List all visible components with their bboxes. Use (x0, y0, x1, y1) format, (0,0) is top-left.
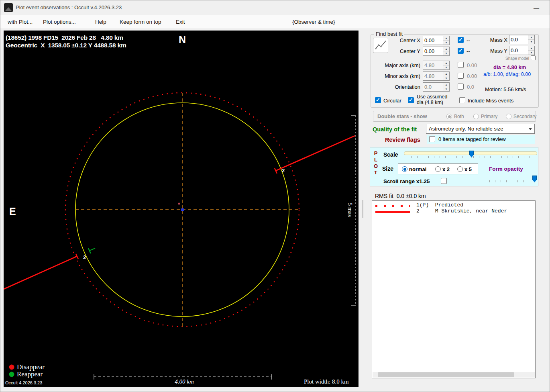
mass-x-spinner[interactable]: ▲▼ (509, 35, 535, 44)
orientation-spin-arrows[interactable]: ▲▼ (443, 83, 449, 91)
plot-letter-l: L (373, 157, 378, 163)
legend-reappear-label: Reappear (17, 370, 43, 378)
observer-time-label[interactable]: {Observer & time} (292, 15, 335, 29)
minimize-button[interactable]: — (527, 3, 546, 13)
center-y-checkbox[interactable] (458, 48, 464, 54)
fit-chart-button[interactable] (373, 38, 388, 53)
minor-axis-input[interactable] (423, 72, 443, 80)
minor-axis-checkbox[interactable] (458, 73, 464, 79)
center-marker (181, 208, 184, 211)
reappear-legend-dot (9, 372, 14, 377)
major-axis-input[interactable] (423, 61, 443, 69)
major-axis-spin-arrows[interactable]: ▲▼ (443, 61, 449, 69)
mass-x-spin-arrows[interactable]: ▲▼ (528, 35, 534, 44)
disappear-legend-dot (9, 365, 14, 370)
mass-x-input[interactable] (509, 35, 528, 44)
east-label: E (9, 206, 16, 217)
find-best-fit-title: Find best fit (374, 31, 404, 37)
form-opacity-label: Form opacity (489, 166, 523, 172)
plot-canvas[interactable]: (18652) 1998 FD15 2026 Feb 28 4.80 km Ge… (4, 31, 359, 387)
double-stars-both-radio[interactable] (446, 114, 452, 119)
mass-y-label: Mass Y (485, 48, 507, 54)
double-stars-secondary-radio[interactable] (506, 114, 511, 119)
mass-y-spin-arrows[interactable]: ▲▼ (528, 46, 534, 55)
legend-disappear-label: Disappear (17, 363, 45, 371)
listbox-horizontal-scrollbar[interactable] (373, 372, 535, 378)
menu-plot-options[interactable]: Plot options... (43, 15, 76, 29)
scale-slider[interactable] (404, 151, 537, 159)
observed-line-sample (375, 211, 410, 213)
orientation-spinner[interactable]: ▲▼ (423, 82, 450, 92)
find-best-fit-group: Find best fit (371, 34, 539, 108)
center-x-spinner[interactable]: ▲▼ (423, 36, 450, 45)
orientation-label: Orientation (384, 84, 420, 90)
plot-letter-t: T (373, 169, 378, 176)
occult-window: Plot event observations : Occult v.4.202… (0, 0, 550, 392)
size-x5-radio[interactable] (457, 166, 463, 172)
double-stars-group: Double stars - show Both Primary Seconda… (373, 111, 536, 122)
major-axis-label: Major axis (km) (384, 62, 420, 68)
mass-y-spinner[interactable]: ▲▼ (509, 46, 535, 55)
ab-dmag-label: a/b: 1.00, dMag: 0.00 (483, 71, 531, 77)
center-y-spinner[interactable]: ▲▼ (423, 47, 450, 56)
minor-axis-spinner[interactable]: ▲▼ (423, 71, 450, 81)
center-x-input[interactable] (423, 36, 443, 45)
observation-text: 1(P) Predicted (416, 202, 463, 208)
size-options-box: normal x 2 x 5 (398, 163, 478, 174)
size-x2-radio[interactable] (435, 166, 441, 172)
observation-row-chord2[interactable]: 2 M Skrutskie, near Neder (372, 209, 535, 215)
form-opacity-slider[interactable] (482, 176, 538, 184)
circular-checkbox[interactable] (375, 97, 381, 103)
center-y-input[interactable] (423, 47, 443, 55)
minor-axis-spin-arrows[interactable]: ▲▼ (443, 72, 449, 80)
center-x-checkbox[interactable] (458, 37, 464, 43)
offset-dot (178, 203, 180, 205)
app-icon (4, 3, 13, 12)
menu-with-plot[interactable]: with Plot... (8, 15, 33, 29)
include-miss-checkbox[interactable] (459, 97, 465, 103)
center-x-spin-arrows[interactable]: ▲▼ (443, 36, 449, 45)
menu-help[interactable]: Help (95, 15, 106, 29)
double-stars-primary-label: Primary (481, 114, 497, 119)
panel-splitter[interactable] (363, 200, 363, 218)
scale-label: Scale (383, 151, 398, 158)
plot-header-line2: Geocentric X 1358.05 ±0.12 Y 4488.58 km (6, 42, 126, 49)
mass-y-input[interactable] (509, 46, 528, 55)
quality-fit-label: Quality of the fit (373, 126, 417, 133)
minor-axis-label: Minor axis (km) (384, 73, 420, 79)
fit-chart-icon (375, 39, 387, 51)
size-x2-label: x 2 (442, 166, 450, 172)
quality-fit-selected: Astrometry only. No reliable size (429, 126, 503, 132)
double-stars-primary-radio[interactable] (473, 114, 479, 119)
plot-letter-o: O (373, 163, 378, 169)
observations-listbox[interactable]: 1(P) Predicted 2 M Skrutskie, near Neder (372, 200, 536, 378)
listbox-scrollbar-thumb[interactable] (378, 372, 514, 377)
center-y-spin-arrows[interactable]: ▲▼ (443, 47, 449, 55)
reappear-tail (90, 248, 95, 251)
review-flags-checkbox[interactable] (429, 136, 435, 142)
quality-fit-dropdown[interactable]: Astrometry only. No reliable size (426, 124, 535, 134)
menu-keep-on-top[interactable]: Keep form on top (120, 15, 161, 29)
plot-controls-panel: P L O T Scale Size normal x 2 x 5 Form o… (370, 147, 538, 186)
size-normal-radio[interactable] (402, 166, 407, 172)
review-flags-box: 0 items are tagged for review (427, 135, 535, 144)
orientation-input[interactable] (423, 83, 443, 91)
plot-letter-p: P (373, 150, 378, 156)
menubar: with Plot... Plot options... ? Help Keep… (0, 15, 550, 29)
shape-model-checkbox[interactable] (531, 55, 536, 60)
use-assumed-checkbox[interactable] (408, 97, 414, 103)
size-label: Size (382, 165, 393, 172)
major-axis-checkbox[interactable] (458, 62, 464, 68)
size-x5-label: x 5 (464, 166, 472, 172)
center-x-dash: -- (466, 37, 470, 43)
mass-x-label: Mass X (485, 37, 507, 43)
plot-width-label: Plot width: 8.0 km (304, 378, 349, 385)
shape-model-label: Shape model (500, 56, 529, 61)
scroll-range-label: Scroll range x1.25 (383, 178, 430, 184)
orientation-checkbox[interactable] (458, 84, 464, 90)
scroll-range-checkbox[interactable] (441, 178, 447, 184)
minor-axis-sigma: 0.00 (467, 73, 477, 79)
review-flags-status: 0 items are tagged for review (438, 136, 506, 142)
major-axis-spinner[interactable]: ▲▼ (423, 61, 450, 70)
menu-exit[interactable]: Exit (176, 15, 185, 29)
